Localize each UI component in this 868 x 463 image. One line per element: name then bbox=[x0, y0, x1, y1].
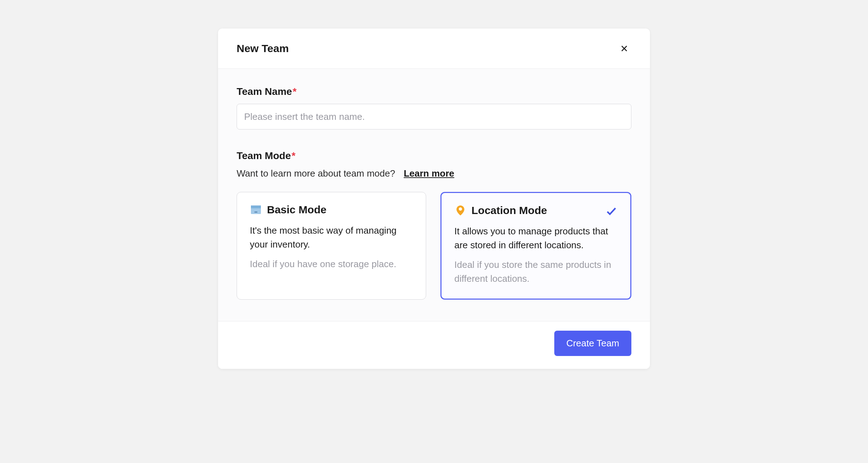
mode-card-basic[interactable]: Basic Mode It's the most basic way of ma… bbox=[237, 192, 426, 300]
learn-more-link[interactable]: Learn more bbox=[404, 168, 454, 179]
svg-point-5 bbox=[459, 208, 462, 211]
modal-footer: Create Team bbox=[218, 321, 650, 369]
modal-body: Team Name* Team Mode* Want to learn more… bbox=[218, 69, 650, 321]
modal-title: New Team bbox=[237, 42, 289, 55]
card-title: Basic Mode bbox=[267, 204, 327, 216]
close-icon bbox=[620, 44, 629, 53]
card-header: Basic Mode bbox=[250, 204, 413, 216]
check-icon bbox=[605, 205, 617, 217]
card-subdescription: Ideal if you have one storage place. bbox=[250, 257, 413, 271]
mode-cards-row: Basic Mode It's the most basic way of ma… bbox=[237, 192, 631, 300]
team-mode-help-row: Want to learn more about team mode? Lear… bbox=[237, 168, 631, 179]
team-name-label: Team Name* bbox=[237, 86, 631, 97]
team-mode-section: Team Mode* Want to learn more about team… bbox=[237, 150, 631, 300]
team-mode-help-text: Want to learn more about team mode? bbox=[237, 168, 395, 179]
required-indicator: * bbox=[293, 86, 297, 97]
card-description: It allows you to manage products that ar… bbox=[454, 224, 617, 252]
team-name-label-text: Team Name bbox=[237, 86, 292, 97]
modal-header: New Team bbox=[218, 29, 650, 69]
close-button[interactable] bbox=[617, 41, 631, 56]
card-description: It's the most basic way of managing your… bbox=[250, 224, 413, 251]
team-mode-label: Team Mode* bbox=[237, 150, 631, 162]
create-team-button[interactable]: Create Team bbox=[554, 331, 631, 356]
new-team-modal: New Team Team Name* Team Mode* Want to l… bbox=[218, 29, 650, 369]
box-icon bbox=[250, 204, 262, 216]
card-header: Location Mode bbox=[454, 204, 617, 217]
location-pin-icon bbox=[454, 204, 466, 217]
required-indicator: * bbox=[292, 150, 296, 161]
svg-rect-3 bbox=[251, 205, 261, 208]
team-mode-label-text: Team Mode bbox=[237, 150, 291, 161]
card-subdescription: Ideal if you store the same products in … bbox=[454, 258, 617, 286]
card-title: Location Mode bbox=[471, 204, 547, 217]
svg-rect-4 bbox=[254, 212, 257, 213]
mode-card-location[interactable]: Location Mode It allows you to manage pr… bbox=[440, 192, 631, 300]
team-name-input[interactable] bbox=[237, 104, 631, 129]
